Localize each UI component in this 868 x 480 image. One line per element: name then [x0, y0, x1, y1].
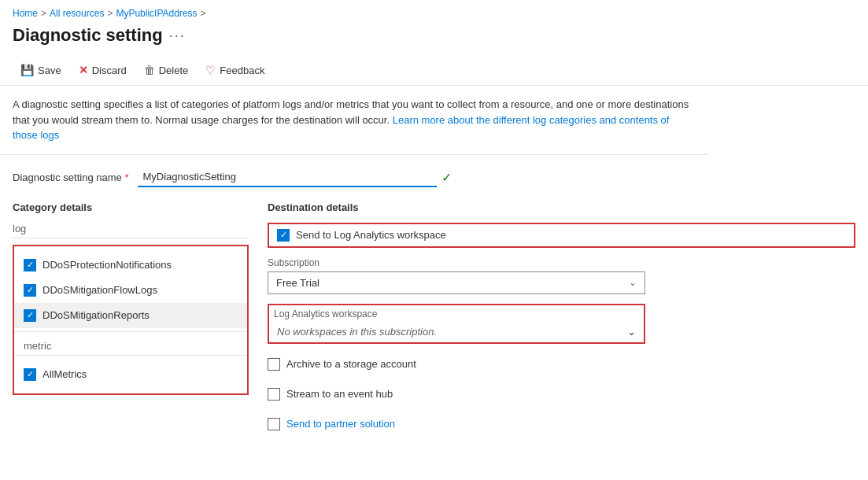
workspace-chevron-icon: ⌄ [627, 326, 636, 338]
log-analytics-checkbox[interactable]: ✓ [277, 229, 290, 242]
breadcrumb-sep3: > [201, 8, 206, 19]
storage-label: Archive to a storage account [286, 358, 416, 370]
workspace-dropdown[interactable]: No workspaces in this subscription. ⌄ [269, 321, 644, 342]
category-title: Category details [13, 201, 249, 213]
ddos-protection-checkbox[interactable]: ✓ [24, 259, 36, 271]
title-ellipsis[interactable]: ··· [169, 28, 186, 44]
page-title: Diagnostic setting [13, 25, 163, 46]
subscription-group: Subscription Free Trial ⌄ [268, 257, 855, 294]
ddos-protection-label: DDoSProtectionNotifications [42, 259, 172, 271]
breadcrumb-sep1: > [41, 8, 46, 19]
log-analytics-option[interactable]: ✓ Send to Log Analytics workspace [268, 223, 855, 248]
feedback-icon: ♡ [205, 64, 216, 76]
destination-section: Destination details ✓ Send to Log Analyt… [249, 201, 855, 445]
all-metrics-item[interactable]: ✓ AllMetrics [14, 362, 247, 387]
discard-button[interactable]: ✕ Discard [71, 60, 135, 80]
storage-checkbox[interactable] [268, 358, 280, 371]
breadcrumb-all-resources[interactable]: All resources [50, 8, 104, 19]
ddos-mitigation-flow-item[interactable]: ✓ DDoSMitigationFlowLogs [14, 278, 247, 303]
destination-title: Destination details [268, 201, 855, 213]
ddos-mitigation-reports-checkbox[interactable]: ✓ [24, 309, 36, 322]
partner-label[interactable]: Send to partner solution [286, 418, 395, 430]
event-hub-checkbox[interactable] [268, 388, 280, 401]
breadcrumb-home[interactable]: Home [13, 8, 38, 19]
partner-checkbox[interactable] [268, 418, 280, 430]
storage-option[interactable]: Archive to a storage account [268, 355, 855, 374]
delete-label: Delete [159, 65, 189, 76]
description-area: A diagnostic setting specifies a list of… [0, 86, 708, 155]
subscription-dropdown[interactable]: Free Trial ⌄ [268, 271, 645, 294]
discard-icon: ✕ [79, 64, 88, 76]
feedback-button[interactable]: ♡ Feedback [198, 60, 272, 80]
required-marker: * [124, 172, 128, 183]
metric-group-label: metric [14, 335, 247, 356]
subscription-chevron-icon: ⌄ [629, 277, 637, 288]
workspace-placeholder: No workspaces in this subscription. [277, 326, 437, 338]
name-input[interactable] [138, 168, 437, 187]
log-group-label: log [13, 223, 249, 238]
delete-button[interactable]: 🗑 Delete [136, 60, 197, 80]
save-label: Save [38, 65, 61, 76]
all-metrics-checkbox[interactable]: ✓ [24, 368, 36, 381]
subscription-label: Subscription [268, 257, 855, 268]
breadcrumb-sep2: > [107, 8, 113, 19]
partner-option[interactable]: Send to partner solution [268, 415, 855, 434]
log-category-box: ✓ DDoSProtectionNotifications ✓ DDoSMiti… [13, 245, 249, 395]
ddos-mitigation-flow-label: DDoSMitigationFlowLogs [42, 284, 157, 296]
ddos-mitigation-flow-checkbox[interactable]: ✓ [24, 284, 36, 297]
breadcrumb: Home > All resources > MyPublicIPAddress… [0, 0, 868, 22]
name-row: Diagnostic setting name * ✓ [13, 168, 855, 187]
ddos-mitigation-reports-label: DDoSMitigationReports [42, 309, 150, 321]
save-button[interactable]: 💾 Save [13, 60, 69, 80]
delete-icon: 🗑 [144, 64, 155, 76]
all-metrics-label: AllMetrics [42, 368, 87, 380]
category-section: Category details log ✓ DDoSProtectionNot… [13, 201, 249, 445]
ddos-mitigation-reports-item[interactable]: ✓ DDoSMitigationReports [14, 303, 247, 328]
breadcrumb-resource[interactable]: MyPublicIPAddress [116, 8, 197, 19]
event-hub-label: Stream to an event hub [286, 388, 393, 400]
ddos-protection-item[interactable]: ✓ DDoSProtectionNotifications [14, 253, 247, 278]
name-label: Diagnostic setting name * [13, 172, 128, 183]
name-input-wrapper: ✓ [138, 168, 452, 187]
workspace-box: Log Analytics workspace No workspaces in… [268, 304, 645, 344]
log-analytics-label: Send to Log Analytics workspace [296, 229, 446, 241]
subscription-value: Free Trial [276, 277, 319, 289]
feedback-label: Feedback [220, 65, 264, 76]
save-icon: 💾 [20, 64, 34, 76]
form-section: Diagnostic setting name * ✓ Category det… [0, 155, 868, 457]
discard-label: Discard [92, 65, 127, 76]
workspace-label: Log Analytics workspace [269, 305, 644, 321]
valid-check-icon: ✓ [441, 170, 452, 185]
page-title-area: Diagnostic setting ··· [0, 22, 868, 55]
toolbar: 💾 Save ✕ Discard 🗑 Delete ♡ Feedback [0, 55, 868, 86]
event-hub-option[interactable]: Stream to an event hub [268, 385, 855, 404]
